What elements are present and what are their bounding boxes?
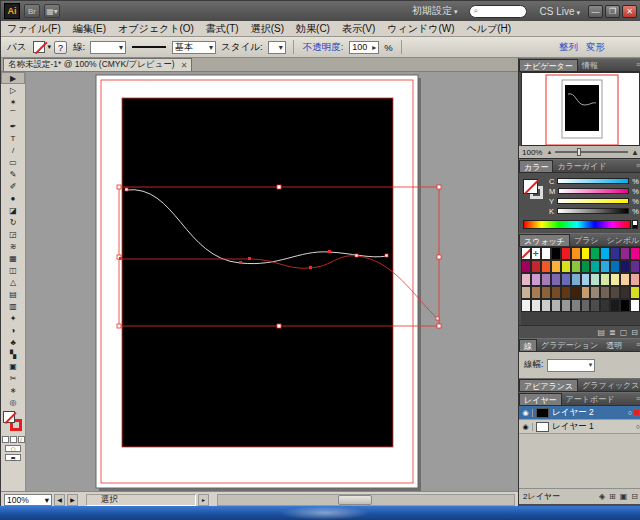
- tab-線[interactable]: 線: [519, 339, 537, 351]
- tool-pen[interactable]: ✒: [1, 120, 25, 132]
- stroke-width-dropdown[interactable]: ▾: [90, 41, 126, 54]
- horizontal-scroll-thumb[interactable]: [338, 495, 372, 505]
- navigator-zoom-slider[interactable]: [555, 151, 628, 153]
- tool-perspective-grid[interactable]: △: [1, 276, 25, 288]
- tab-シンボル[interactable]: シンボル: [603, 234, 640, 246]
- none-mode-button[interactable]: /: [18, 436, 25, 443]
- tab-グラフィックスタイル[interactable]: グラフィックスタイル: [578, 379, 640, 391]
- swatch-92278f[interactable]: [620, 247, 630, 260]
- windows-taskbar[interactable]: [0, 506, 640, 520]
- status-menu-icon[interactable]: ▸: [198, 494, 209, 506]
- tool-magic-wand[interactable]: ✶: [1, 96, 25, 108]
- swatch-e6e6e6[interactable]: [531, 299, 541, 312]
- swatch-9e005d[interactable]: [521, 260, 531, 273]
- fill-proxy-small[interactable]: [523, 179, 538, 194]
- menu-オブジェクト(O)[interactable]: オブジェクト(O): [112, 22, 200, 36]
- tool-blob-brush[interactable]: ●: [1, 192, 25, 204]
- color-mode-button[interactable]: [2, 436, 9, 443]
- swatch-8c6239[interactable]: [541, 286, 551, 299]
- swatch-7badd3[interactable]: [571, 273, 581, 286]
- swatch-998675[interactable]: [590, 286, 600, 299]
- new-layer-icon[interactable]: ▣: [620, 492, 628, 501]
- swatch-d3e8a5[interactable]: [600, 273, 610, 286]
- current-tool-status[interactable]: 選択: [86, 494, 196, 506]
- arrange-documents-icon[interactable]: ▦▾: [44, 4, 60, 18]
- swatch-29abe2[interactable]: [600, 260, 610, 273]
- tool-artboard[interactable]: ▣: [1, 360, 25, 372]
- swatch-534741[interactable]: [610, 286, 620, 299]
- channel-slider[interactable]: [558, 188, 629, 194]
- swatch-42210b[interactable]: [571, 286, 581, 299]
- next-artboard-button[interactable]: ▶: [67, 494, 78, 506]
- swatch-00aeef[interactable]: [600, 247, 610, 260]
- channel-slider[interactable]: [557, 198, 629, 204]
- stroke-width-select[interactable]: ▾: [547, 359, 595, 372]
- swatch-ec008c[interactable]: [630, 247, 640, 260]
- swatch-none[interactable]: [521, 247, 531, 260]
- tool-mesh[interactable]: ▤: [1, 288, 25, 300]
- opacity-input[interactable]: 100▸: [349, 41, 379, 54]
- swatch-00a99d[interactable]: [590, 260, 600, 273]
- navigator-preview[interactable]: [521, 72, 640, 146]
- bridge-icon[interactable]: Br: [24, 4, 40, 18]
- tool-type[interactable]: T: [1, 132, 25, 144]
- panel-menu-icon[interactable]: ≡: [636, 339, 640, 351]
- swatch-registration[interactable]: ✛: [531, 247, 541, 260]
- layer-row[interactable]: ◉レイヤー 1○: [519, 420, 640, 434]
- new-sublayer-icon[interactable]: ⊞: [609, 492, 616, 501]
- swatch-000000[interactable]: [620, 299, 630, 312]
- fill-color-swatch[interactable]: [33, 41, 45, 53]
- transform-link[interactable]: 変形: [586, 41, 605, 54]
- close-tab-icon[interactable]: ✕: [181, 61, 188, 70]
- tool-free-transform[interactable]: ▦: [1, 252, 25, 264]
- tool-hand[interactable]: ∗: [1, 384, 25, 396]
- tool-zoom[interactable]: ◎: [1, 396, 25, 408]
- minimize-button[interactable]: —: [588, 5, 603, 18]
- document-tab[interactable]: 名称未設定-1* @ 100% (CMYK/プレビュー) ✕: [3, 58, 192, 71]
- tool-eraser[interactable]: ◪: [1, 204, 25, 216]
- swatch-d7df23[interactable]: [630, 286, 640, 299]
- delete-swatch-icon[interactable]: ⊟: [631, 328, 638, 337]
- swatch-ffffff[interactable]: [541, 247, 551, 260]
- tab-ナビゲーター[interactable]: ナビゲーター: [519, 59, 578, 71]
- horizontal-scrollbar[interactable]: [217, 494, 515, 506]
- target-circle-icon[interactable]: ○: [636, 423, 640, 430]
- swatch-kinds-icon[interactable]: ≣: [609, 328, 616, 337]
- panel-menu-icon[interactable]: ≡: [636, 393, 640, 405]
- tool-selection[interactable]: ▶: [1, 72, 25, 84]
- menu-選択(S)[interactable]: 選択(S): [245, 22, 290, 36]
- menu-ヘルプ(H)[interactable]: ヘルプ(H): [461, 22, 518, 36]
- visibility-eye-icon[interactable]: ◉: [519, 409, 533, 417]
- black-rectangle[interactable]: [122, 98, 393, 447]
- tool-gradient[interactable]: ▥: [1, 300, 25, 312]
- menu-書式(T)[interactable]: 書式(T): [200, 22, 245, 36]
- color-spectrum-bar[interactable]: [523, 220, 631, 229]
- panel-menu-icon[interactable]: ≡: [636, 59, 640, 71]
- tab-カラー[interactable]: カラー: [519, 160, 553, 172]
- swatch-6b6bb5[interactable]: [561, 273, 571, 286]
- delete-layer-icon[interactable]: ⊟: [631, 492, 638, 501]
- swatch-fff200[interactable]: [581, 247, 591, 260]
- fill-proxy[interactable]: [3, 411, 15, 423]
- swatch-a0cfeb[interactable]: [581, 273, 591, 286]
- swatch-999999[interactable]: [561, 299, 571, 312]
- swatch-7f66b0[interactable]: [551, 273, 561, 286]
- swatch-333333[interactable]: [600, 299, 610, 312]
- tool-column-graph[interactable]: ▚: [1, 348, 25, 360]
- cslive-button[interactable]: CS Live▾: [533, 6, 586, 17]
- swatch-f2e8a0[interactable]: [610, 273, 620, 286]
- tab-レイヤー[interactable]: レイヤー: [519, 393, 562, 405]
- gradient-mode-button[interactable]: [10, 436, 17, 443]
- tool-direct-selection[interactable]: ▷: [1, 84, 25, 96]
- make-clipping-mask-icon[interactable]: ◈: [599, 492, 605, 501]
- draw-mode-button[interactable]: ▢: [5, 445, 21, 452]
- swatch-8cc63f[interactable]: [571, 260, 581, 273]
- menu-表示(V)[interactable]: 表示(V): [336, 22, 381, 36]
- swatch-c1272d[interactable]: [531, 260, 541, 273]
- swatch-f2f2f2[interactable]: [521, 299, 531, 312]
- tool-blend[interactable]: ◑: [1, 324, 25, 336]
- menu-ウィンドウ(W)[interactable]: ウィンドウ(W): [381, 22, 460, 36]
- menu-効果(C)[interactable]: 効果(C): [290, 22, 336, 36]
- style-dropdown[interactable]: ▾: [268, 41, 286, 54]
- layer-name[interactable]: レイヤー 1: [552, 421, 594, 433]
